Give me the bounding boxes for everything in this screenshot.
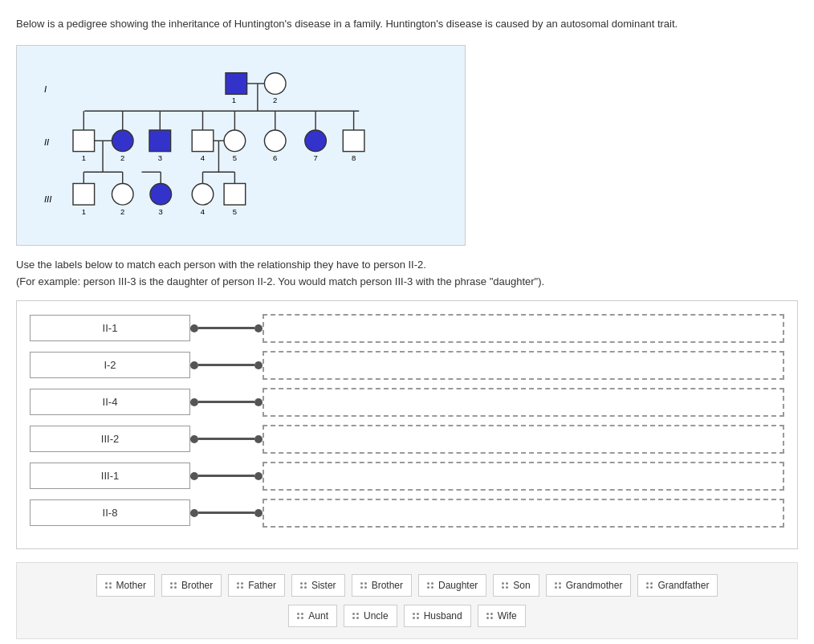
svg-text:1: 1 — [82, 206, 86, 215]
match-drop-I-2[interactable] — [263, 351, 784, 380]
person-III-2 — [112, 183, 133, 205]
svg-text:1: 1 — [82, 153, 86, 162]
svg-text:4: 4 — [201, 153, 205, 162]
person-II-2 — [112, 130, 133, 152]
chip-brother-1[interactable]: Brother — [161, 574, 222, 597]
person-I-1 — [226, 72, 247, 94]
dot-right-II-1 — [254, 324, 263, 332]
match-label-III-1: III-1 — [30, 463, 190, 489]
chip-aunt[interactable]: Aunt — [288, 605, 337, 627]
chip-label-aunt: Aunt — [308, 610, 328, 622]
person-III-5 — [224, 183, 246, 205]
person-III-3 — [150, 183, 172, 205]
person-II-8 — [343, 130, 364, 152]
dots-daughter — [427, 582, 433, 589]
chip-label-brother-2: Brother — [372, 580, 403, 591]
svg-text:2: 2 — [120, 153, 124, 162]
match-drop-II-4[interactable] — [263, 388, 784, 417]
match-drop-III-2[interactable] — [263, 425, 784, 454]
chip-label-son: Son — [513, 580, 530, 591]
matching-section: II-1 I-2 II-4 III-2 — [16, 300, 798, 549]
connector-II-8 — [190, 509, 263, 517]
svg-text:5: 5 — [233, 153, 237, 162]
chip-label-mother: Mother — [116, 580, 146, 591]
chip-grandfather[interactable]: Grandfather — [637, 574, 718, 597]
dots-brother-1 — [170, 582, 177, 589]
person-II-5 — [224, 130, 246, 152]
dots-grandmother — [555, 582, 561, 589]
match-row-III-1: III-1 — [30, 462, 784, 491]
connector-II-4 — [190, 398, 263, 406]
svg-text:4: 4 — [201, 206, 205, 215]
match-row-II-1: II-1 — [30, 314, 784, 343]
dot-left-II-1 — [190, 324, 198, 332]
chip-label-uncle: Uncle — [364, 610, 389, 622]
pedigree-chart: I II III 1 2 1 2 3 — [16, 45, 466, 246]
labels-row-1: Mother Brother Father — [30, 574, 784, 597]
match-row-II-4: II-4 — [30, 388, 784, 417]
gen-III: III — [44, 194, 52, 204]
svg-text:8: 8 — [352, 153, 356, 162]
dots-husband — [413, 613, 419, 619]
match-row-II-8: II-8 — [30, 499, 784, 528]
match-row-III-2: III-2 — [30, 425, 784, 454]
chip-sister[interactable]: Sister — [291, 574, 345, 597]
svg-text:3: 3 — [158, 153, 162, 162]
chip-label-grandfather: Grandfather — [657, 580, 709, 591]
dots-uncle — [352, 613, 359, 619]
svg-text:7: 7 — [313, 153, 317, 162]
chip-label-brother-1: Brother — [181, 580, 213, 591]
connector-III-1 — [190, 472, 263, 480]
svg-text:2: 2 — [120, 206, 124, 215]
person-II-3 — [149, 130, 171, 152]
connector-III-2 — [190, 435, 263, 443]
dots-aunt — [297, 613, 303, 619]
chip-mother[interactable]: Mother — [96, 574, 155, 597]
chip-label-wife: Wife — [498, 610, 517, 622]
labels-row-2: Aunt Uncle Husband — [30, 605, 784, 627]
chip-label-daughter: Daughter — [438, 580, 478, 591]
chip-label-husband: Husband — [424, 610, 462, 622]
instruction-line2: (For example: person III-3 is the daught… — [16, 275, 798, 287]
chip-uncle[interactable]: Uncle — [344, 605, 397, 627]
pedigree-svg: I II III 1 2 1 2 3 — [33, 54, 449, 237]
svg-text:3: 3 — [159, 206, 163, 215]
dots-son — [502, 582, 508, 589]
svg-text:1: 1 — [232, 95, 236, 104]
chip-father[interactable]: Father — [228, 574, 285, 597]
dots-father — [237, 582, 243, 589]
instruction-line1: Use the labels below to match each perso… — [16, 259, 798, 271]
person-III-4 — [192, 183, 214, 205]
match-label-I-2: I-2 — [30, 352, 190, 378]
gen-I: I — [44, 84, 47, 93]
match-label-II-4: II-4 — [30, 389, 190, 415]
dots-mother — [105, 582, 112, 589]
chip-daughter[interactable]: Daughter — [418, 574, 486, 597]
svg-text:5: 5 — [233, 206, 237, 215]
connector-II-1 — [190, 324, 263, 332]
chip-son[interactable]: Son — [493, 574, 539, 597]
chip-wife[interactable]: Wife — [478, 605, 526, 627]
match-drop-III-1[interactable] — [263, 462, 784, 491]
person-II-7 — [305, 130, 327, 152]
svg-text:2: 2 — [273, 95, 277, 104]
match-label-II-8: II-8 — [30, 499, 190, 526]
match-drop-II-8[interactable] — [263, 499, 784, 528]
chip-label-grandmother: Grandmother — [566, 580, 623, 591]
person-III-1 — [73, 183, 95, 205]
dots-sister — [300, 582, 307, 589]
chip-grandmother[interactable]: Grandmother — [546, 574, 632, 597]
person-II-6 — [264, 130, 286, 152]
chip-husband[interactable]: Husband — [404, 605, 471, 627]
intro-text: Below is a pedigree showing the inherita… — [16, 16, 798, 32]
svg-text:6: 6 — [273, 153, 277, 162]
match-row-I-2: I-2 — [30, 351, 784, 380]
person-II-4 — [192, 130, 214, 152]
chip-label-sister: Sister — [311, 580, 336, 591]
chip-brother-2[interactable]: Brother — [352, 574, 412, 597]
gen-II: II — [44, 137, 50, 147]
person-I-2 — [264, 72, 286, 94]
dots-wife — [486, 613, 493, 619]
connector-I-2 — [190, 361, 263, 369]
match-drop-II-1[interactable] — [263, 314, 784, 343]
